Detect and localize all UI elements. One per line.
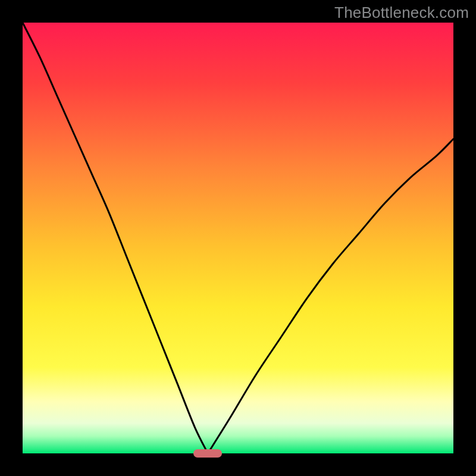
chart-plot-area	[23, 23, 453, 453]
outer-frame: TheBottleneck.com	[0, 0, 476, 476]
curve-right-branch	[208, 139, 453, 453]
watermark-text: TheBottleneck.com	[334, 4, 469, 22]
minimum-marker	[193, 449, 222, 458]
curve-left-branch	[23, 23, 208, 453]
bottleneck-curve	[23, 23, 453, 453]
